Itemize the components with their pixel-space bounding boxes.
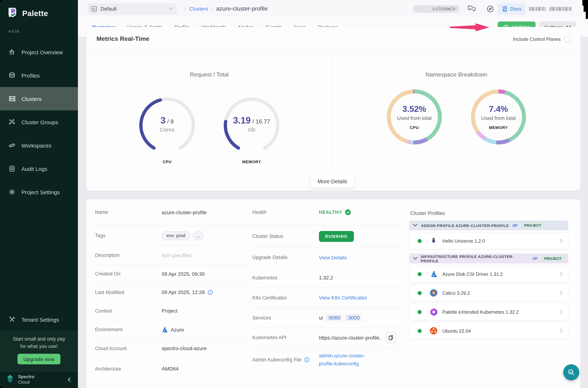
rocket-icon: [429, 237, 438, 244]
row-label: Upgrade Details: [252, 255, 319, 260]
azure-icon: [162, 327, 168, 332]
profile-item-ubuntu[interactable]: Ubuntu 22.04: [409, 322, 568, 339]
profile-item-azure-disk-csi[interactable]: Azure Disk CSI Driver 1.31.2: [409, 266, 568, 282]
infrastructure-profile-header[interactable]: INFRASTRUCTURE PROFILE AZURE-CLUSTER-PRO…: [409, 254, 568, 263]
sidebar-item-workspaces[interactable]: Workspaces: [0, 134, 78, 157]
top-bar: Default / Clusters / azure-cluster-profi…: [78, 0, 588, 18]
service-port-3000-link[interactable]: :3000: [345, 314, 362, 321]
project-selector[interactable]: Default: [88, 3, 177, 14]
detail-row-k8s-certificates: K8s Certificates View K8s Certificates: [252, 288, 402, 308]
kubernetes-version: 1.32.2: [319, 275, 333, 281]
sidebar-item-label: Profiles: [22, 72, 40, 78]
profile-item-name: Calico 3.29.2: [442, 290, 470, 296]
row-label: Architecture: [95, 366, 162, 371]
network-icon: [8, 118, 16, 126]
description-value: Not specified.: [162, 252, 193, 258]
breadcrumb-clusters-link[interactable]: Clusters: [189, 6, 208, 12]
row-label: Last Modified: [95, 290, 162, 295]
row-label: Admin Kubeconfig File: [252, 357, 301, 363]
palette-logo-icon: [6, 7, 19, 20]
profile-group-name: ADDON PROFILE AZURE-CLUSTER-PROFILE: [421, 223, 509, 227]
metrics-title: Metrics Real-Time: [96, 35, 149, 43]
cluster-profiles-title: Cluster Profiles: [409, 199, 568, 220]
service-port-8080-link[interactable]: :8080: [326, 314, 342, 321]
book-icon: [502, 6, 508, 12]
environment-value: Azure: [171, 327, 184, 332]
sidebar-nav: Project Overview Profiles Clusters: [0, 40, 78, 204]
detail-row-services: Services ui :8080 :3000: [252, 308, 402, 328]
chevron-down-icon: [413, 224, 418, 227]
sidebar-item-tenant-settings[interactable]: Tenant Settings: [0, 313, 78, 326]
tags-more-pill[interactable]: ...: [193, 231, 203, 240]
view-k8s-certificates-link[interactable]: View K8s Certificates: [319, 295, 367, 301]
detail-row-created-on: Created On 09 Apr 2025, 09:30: [95, 265, 252, 283]
usage-credit-badge: 0.17/100kCh: [413, 5, 459, 13]
breadcrumb-separator: /: [211, 6, 213, 12]
row-label: Description: [95, 252, 162, 258]
brand-top: Spectro: [18, 374, 34, 379]
help-search-fab[interactable]: [563, 364, 579, 380]
compass-icon[interactable]: [486, 5, 494, 13]
view-details-link[interactable]: View Details: [319, 254, 347, 260]
profile-item-name: Palette eXtended Kubernetes 1.32.2: [442, 309, 519, 315]
profile-item-palette-extended-kubernetes[interactable]: Palette eXtended Kubernetes 1.32.2: [409, 303, 568, 320]
azure-icon: [429, 271, 438, 277]
profile-item-name: Azure Disk CSI Driver 1.31.2: [442, 271, 503, 277]
topbar-right: 0.17/100kCh: [413, 3, 573, 14]
brand-text: Spectro Cloud: [18, 374, 34, 385]
sidebar-item-cluster-groups[interactable]: Cluster Groups: [0, 110, 78, 134]
sidebar-footer: Spectro Cloud: [0, 371, 78, 388]
tag-pill[interactable]: env: prod: [162, 231, 190, 240]
include-control-planes-checkbox[interactable]: [564, 36, 570, 42]
cpu-gauge-value: 3 / 8 Cores: [136, 115, 198, 133]
namespace-cpu-text: 3.52% Used from total CPU: [378, 104, 451, 130]
addon-profile-header[interactable]: ADDON PROFILE AZURE-CLUSTER-PROFILE PROJ…: [409, 220, 568, 230]
upgrade-now-button[interactable]: Upgrade now: [18, 354, 60, 364]
profile-item-hello-universe[interactable]: Hello Universe 1.2.0: [409, 232, 568, 249]
health-status: HEALTHY: [319, 210, 342, 215]
calico-icon: [429, 289, 438, 297]
detail-row-admin-kubeconfig: Admin Kubeconfig File admin.azure-cluste…: [252, 348, 402, 372]
server-icon: [8, 95, 16, 102]
copy-icon[interactable]: [386, 332, 396, 343]
overview-column: Name azure-cluster-profile Tags env: pro…: [95, 199, 252, 380]
docs-button[interactable]: Docs: [498, 3, 526, 14]
brand-bottom: Cloud: [18, 380, 30, 385]
info-icon[interactable]: [208, 290, 213, 295]
sidebar-item-label: Project Overview: [22, 49, 63, 55]
sidebar-item-audit-logs[interactable]: Audit Logs: [0, 157, 78, 180]
status-dot: [418, 291, 422, 295]
redacted-text: [549, 7, 572, 11]
info-icon[interactable]: [304, 357, 310, 363]
sidebar-item-project-settings[interactable]: Project Settings: [0, 180, 78, 204]
tools-icon: [8, 316, 16, 323]
app-version: 4.6.18: [0, 20, 78, 33]
row-label: K8s Certificates: [252, 295, 319, 300]
metrics-divider: [332, 51, 333, 169]
memory-request: 3.19: [233, 115, 251, 125]
profile-item-calico[interactable]: Calico 3.29.2: [409, 285, 568, 301]
mini-chart-icon: [91, 6, 97, 12]
status-dot: [418, 272, 422, 276]
pxk-icon: [429, 308, 438, 316]
kubeconfig-file-link[interactable]: admin.azure-cluster- profile.kubeconfig: [319, 352, 365, 368]
detail-row-cluster-status: Cluster Status RUNNING: [252, 225, 402, 247]
kubeconfig-line2: profile.kubeconfig: [319, 361, 359, 366]
sidebar-item-profiles[interactable]: Profiles: [0, 64, 78, 87]
sidebar-item-project-overview[interactable]: Project Overview: [0, 40, 78, 64]
status-badge: RUNNING: [319, 231, 354, 242]
row-label: Health: [252, 210, 319, 215]
row-label: Services: [252, 315, 319, 320]
cpu-used-percent: 3.52%: [378, 104, 451, 114]
profile-group-name: INFRASTRUCTURE PROFILE AZURE-CLUSTER-PRO…: [421, 254, 529, 263]
more-details-button[interactable]: More Details: [311, 175, 354, 188]
chevron-right-icon: [560, 290, 563, 295]
sidebar-item-clusters[interactable]: Clusters: [0, 87, 78, 110]
chevron-down-icon: [413, 257, 417, 260]
collapse-sidebar-icon[interactable]: [67, 377, 71, 382]
row-label: Name: [95, 210, 162, 215]
detail-row-kubernetes: Kubernetes 1.32.2: [252, 268, 402, 288]
feedback-chat-icon[interactable]: [468, 5, 476, 13]
memory-used-percent: 7.4%: [462, 104, 535, 114]
ubuntu-icon: [429, 327, 438, 335]
